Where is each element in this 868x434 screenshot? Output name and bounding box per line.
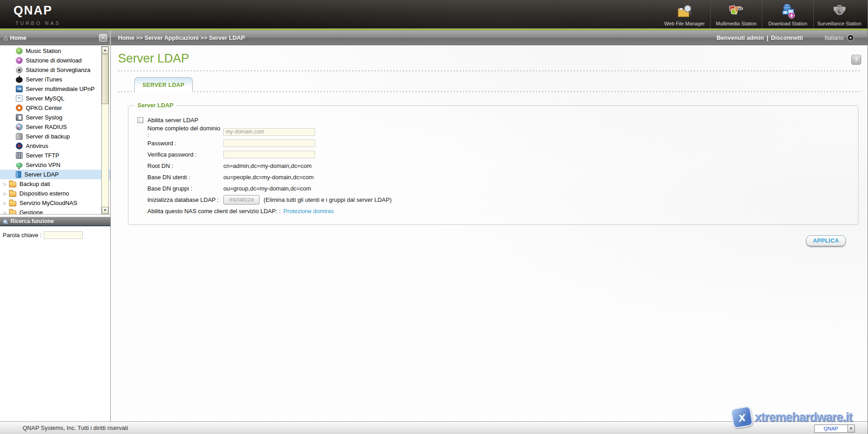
- init-db-button[interactable]: Inizializza: [223, 195, 259, 205]
- turbo-nas-label: TURBO NAS: [15, 20, 190, 26]
- sidebar-item-label: Server LDAP: [24, 170, 59, 179]
- form-row-ldap-client: Abilita questo NAS come client del servi…: [147, 206, 858, 215]
- theme-select[interactable]: QNAP Classic ▼: [814, 424, 855, 433]
- form-row-verify-password: Verifica password :: [147, 150, 858, 159]
- main-content: Server LDAP ? SERVER LDAP Server LDAP Ab…: [111, 45, 868, 421]
- form-row-base-dn-users: Base DN utenti :ou=people,dc=my-domain,d…: [147, 172, 858, 181]
- chevron-down-icon: ▼: [847, 425, 854, 432]
- sidebar-item-servizio-mycloudnas[interactable]: ▷Servizio MyCloudNAS: [0, 198, 110, 208]
- home-icon: ⌂: [4, 34, 8, 42]
- apply-button[interactable]: APPLICA: [806, 235, 846, 246]
- copyright-text: QNAP Systems, Inc. Tutti i diritti riser…: [23, 424, 128, 431]
- expand-arrow-icon[interactable]: ▷: [4, 191, 9, 196]
- sidebar-item-syslog-server[interactable]: Server Syslog: [0, 113, 110, 122]
- form-row-base-dn-groups: Base DN gruppi :ou=group,dc=my-domain,dc…: [147, 184, 858, 193]
- base-dn-groups-value: ou=group,dc=my-domain,dc=com: [223, 185, 311, 192]
- sidebar-item-label: Server RADIUS: [26, 122, 67, 132]
- keyword-input[interactable]: [44, 231, 83, 239]
- sidebar-collapse-button[interactable]: «: [99, 34, 107, 42]
- form-row-password: Password :: [147, 138, 858, 148]
- form-row-init-db: Inizializza database LDAP :Inizializza(E…: [147, 195, 858, 204]
- download-arrow-icon: [16, 57, 23, 64]
- fieldset-legend: Server LDAP: [134, 102, 176, 109]
- sidebar-item-dispositivo-esterno[interactable]: ▷Dispositivo esterno: [0, 189, 110, 198]
- verify-password-input[interactable]: [223, 151, 315, 158]
- sidebar-item-backup-server[interactable]: Server di backup: [0, 132, 110, 141]
- page-title: Server LDAP: [118, 52, 868, 66]
- tftp-icon: [16, 152, 23, 159]
- logout-link[interactable]: Disconnetti: [771, 34, 803, 41]
- expand-arrow-icon[interactable]: ▷: [4, 201, 9, 205]
- download-station-shortcut[interactable]: Download Station: [762, 0, 813, 29]
- ldap-client-link[interactable]: Protezione dominio: [283, 208, 334, 215]
- vpn-globe-icon: [16, 162, 23, 168]
- expand-arrow-icon[interactable]: ▷: [4, 210, 9, 215]
- antivirus-icon: [16, 143, 23, 149]
- keyword-label: Parola chiave :: [3, 232, 42, 238]
- sidebar-item-music-station[interactable]: Music Station: [0, 46, 110, 56]
- scroll-down-button[interactable]: ▼: [102, 207, 108, 214]
- sidebar-item-label: Gestione: [19, 208, 43, 215]
- sidebar-item-label: Dispositivo esterno: [19, 189, 69, 198]
- sidebar-item-mysql-server[interactable]: Server MySQL: [0, 94, 110, 103]
- sidebar-item-label: Music Station: [26, 46, 61, 56]
- expand-arrow-icon[interactable]: ▷: [4, 182, 9, 186]
- search-icon: [3, 219, 7, 224]
- backup-server-icon: [16, 133, 23, 140]
- sidebar-item-ldap-server[interactable]: Server LDAP: [0, 170, 110, 179]
- tab-strip: SERVER LDAP: [118, 77, 868, 92]
- dotted-separator: [118, 70, 861, 72]
- init-db-note: (Elimina tutti gli utenti e i gruppi dal…: [264, 196, 392, 203]
- apple-icon: [16, 77, 23, 83]
- web-file-manager-shortcut[interactable]: Web File Manager: [659, 0, 710, 29]
- folder-icon: [9, 182, 16, 187]
- sidebar-item-label: Servizio VPN: [26, 160, 61, 170]
- scroll-thumb[interactable]: [102, 54, 108, 104]
- help-button[interactable]: ?: [851, 55, 861, 65]
- upnp-icon: [16, 86, 23, 92]
- ldap-form: Nome completo del dominio :Password :Ver…: [137, 127, 858, 215]
- language-label: Italiano: [825, 34, 844, 41]
- sidebar-item-label: Server di backup: [26, 132, 70, 141]
- station-label: Surveillance Station: [817, 21, 861, 26]
- sidebar-item-gestione[interactable]: ▷Gestione: [0, 208, 110, 215]
- sidebar-item-antivirus[interactable]: Antivirus: [0, 141, 110, 151]
- folder-icon: [9, 191, 16, 197]
- sidebar-item-upnp-server[interactable]: Server multimediale UPnP: [0, 84, 110, 94]
- mysql-icon: [16, 95, 23, 102]
- sidebar-scrollbar[interactable]: ▲ ▼: [101, 46, 109, 215]
- field-label-base-dn-users: Base DN utenti :: [147, 174, 223, 181]
- radius-icon: [16, 124, 23, 130]
- language-dropdown-icon[interactable]: ▼: [847, 34, 854, 41]
- sidebar-item-download-station[interactable]: Stazione di download: [0, 56, 110, 65]
- sidebar-title: Home: [10, 34, 99, 41]
- tab-server-ldap[interactable]: SERVER LDAP: [134, 77, 193, 92]
- sidebar-item-qpkg-center[interactable]: QPKG Center: [0, 103, 110, 113]
- sidebar-item-itunes-server[interactable]: Server iTunes: [0, 75, 110, 84]
- sidebar-item-backup-dati[interactable]: ▷Backup dati: [0, 179, 110, 189]
- sidebar-item-tftp-server[interactable]: Server TFTP: [0, 151, 110, 160]
- sidebar-item-vpn-service[interactable]: Servizio VPN: [0, 160, 110, 170]
- password-input[interactable]: [223, 139, 315, 147]
- multimedia-station-shortcut[interactable]: Multimedia Station: [710, 0, 762, 29]
- form-row-domain-name: Nome completo del dominio :: [147, 127, 858, 136]
- sidebar-item-radius-server[interactable]: Server RADIUS: [0, 122, 110, 132]
- ldap-book-icon: [16, 171, 21, 178]
- session-zone: Benvenuti admin | Disconnetti Italiano ▼: [717, 34, 854, 41]
- domain-name-input[interactable]: [223, 128, 315, 136]
- sidebar-item-label: QPKG Center: [26, 103, 62, 113]
- scroll-up-button[interactable]: ▲: [102, 47, 108, 54]
- root-dn-value: cn=admin,dc=my-domain,dc=com: [223, 162, 311, 169]
- sidebar-item-surveillance-station[interactable]: Stazione di Sorveglianza: [0, 65, 110, 75]
- breadcrumb[interactable]: Home >> Server Applicazioni >> Server LD…: [118, 34, 245, 41]
- surveillance-station-shortcut[interactable]: Surveillance Station: [813, 0, 865, 29]
- sidebar-item-label: Servizio MyCloudNAS: [19, 198, 77, 208]
- web-file-manager-icon: [676, 3, 693, 19]
- sidebar-item-label: Server MySQL: [26, 94, 64, 103]
- enable-ldap-checkbox[interactable]: [137, 117, 143, 123]
- keyword-row: Parola chiave :: [0, 226, 110, 239]
- xtremehardware-text: xtremehardware.it: [755, 410, 852, 424]
- surveillance-station-icon: [831, 3, 848, 19]
- qnap-logo: QNAP TURBO NAS: [0, 0, 190, 29]
- enable-ldap-row: Abilita server LDAP: [137, 115, 858, 125]
